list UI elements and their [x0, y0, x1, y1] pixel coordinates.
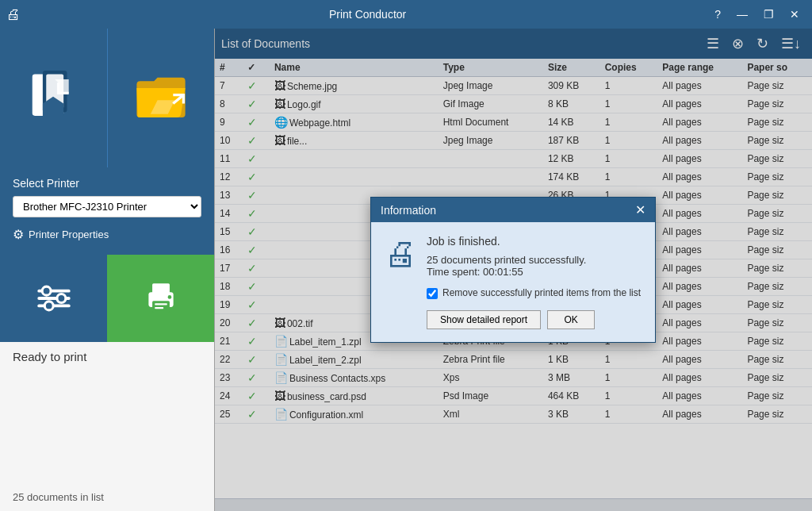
- modal-printer-icon: 🖨: [384, 235, 417, 329]
- svg-point-8: [42, 286, 51, 295]
- printer-properties-label: Printer Properties: [29, 229, 109, 240]
- svg-rect-12: [152, 283, 170, 294]
- help-button[interactable]: ?: [708, 6, 727, 22]
- modal-content: Job is finished. 25 documents printed su…: [427, 235, 642, 329]
- svg-point-9: [56, 294, 65, 303]
- checkbox-row: Remove successfully printed items from t…: [427, 287, 642, 299]
- docs-printed-text: 25 documents printed successfully.: [427, 254, 642, 266]
- doc-count: 25 documents in list: [13, 491, 201, 503]
- remove-printed-checkbox[interactable]: [427, 288, 438, 299]
- ok-button[interactable]: OK: [547, 310, 595, 329]
- add-files-button[interactable]: [0, 29, 108, 167]
- settings-icon: [34, 279, 74, 318]
- open-folder-button[interactable]: [108, 29, 215, 167]
- title-bar: 🖨 Print Conductor ? — ❐ ✕: [0, 0, 812, 29]
- close-button[interactable]: ✕: [783, 6, 806, 22]
- printer-dropdown[interactable]: Brother MFC-J2310 Printer: [13, 196, 201, 217]
- time-spent-text: Time spent: 00:01:55: [427, 266, 642, 278]
- svg-rect-16: [155, 307, 163, 309]
- information-dialog: Information ✕ 🖨 Job is finished. 25 docu…: [370, 197, 656, 343]
- modal-title-bar: Information ✕: [371, 198, 655, 222]
- printer-section: Select Printer Brother MFC-J2310 Printer…: [0, 167, 214, 255]
- print-button[interactable]: [107, 255, 214, 342]
- svg-rect-15: [155, 303, 167, 305]
- minimize-button[interactable]: —: [730, 6, 754, 22]
- restore-button[interactable]: ❐: [757, 6, 780, 22]
- svg-point-10: [44, 302, 53, 310]
- modal-body: 🖨 Job is finished. 25 documents printed …: [371, 222, 655, 342]
- printer-properties-button[interactable]: ⚙ Printer Properties: [13, 224, 109, 245]
- modal-buttons: Show detailed report OK: [427, 310, 642, 329]
- action-buttons: [0, 255, 214, 342]
- top-buttons: [0, 29, 214, 167]
- job-done-text: Job is finished.: [427, 235, 642, 248]
- app-icon: 🖨: [6, 6, 21, 23]
- modal-overlay: Information ✕ 🖨 Job is finished. 25 docu…: [214, 29, 812, 511]
- modal-close-button[interactable]: ✕: [635, 202, 645, 217]
- show-detailed-report-button[interactable]: Show detailed report: [427, 310, 541, 329]
- remove-printed-label: Remove successfully printed items from t…: [442, 287, 641, 298]
- left-panel: Select Printer Brother MFC-J2310 Printer…: [0, 29, 214, 511]
- status-section: Ready to print 25 documents in list: [0, 342, 214, 511]
- open-folder-icon: [133, 71, 189, 126]
- status-label: Ready to print: [13, 350, 201, 363]
- modal-title: Information: [381, 204, 436, 217]
- app-title: Print Conductor: [27, 8, 708, 21]
- print-icon: [141, 279, 181, 318]
- settings-button[interactable]: [0, 255, 107, 342]
- svg-rect-13: [152, 301, 170, 312]
- select-printer-label: Select Printer: [13, 177, 201, 190]
- svg-point-14: [167, 295, 171, 299]
- add-files-icon: [25, 71, 81, 126]
- gear-icon: ⚙: [13, 227, 24, 242]
- window-controls: ? — ❐ ✕: [708, 6, 806, 22]
